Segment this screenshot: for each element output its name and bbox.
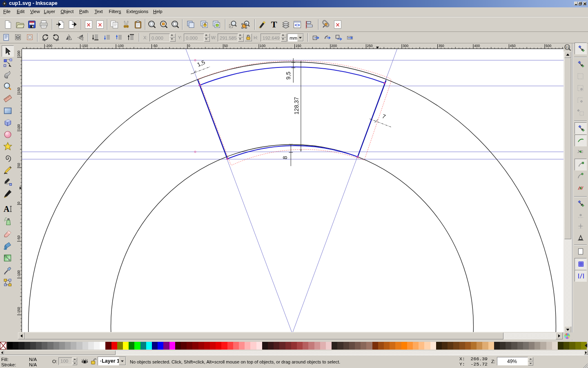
svg-text:400: 400 xyxy=(474,44,480,48)
svg-text:7: 7 xyxy=(381,113,387,120)
svg-text:200: 200 xyxy=(17,51,21,56)
svg-text:150: 150 xyxy=(17,88,21,93)
svg-text:9,5: 9,5 xyxy=(285,72,292,80)
svg-text:128,37: 128,37 xyxy=(293,97,300,114)
svg-text:350: 350 xyxy=(439,44,444,48)
svg-text:-50: -50 xyxy=(17,235,21,240)
svg-text:<>: <> xyxy=(295,22,300,27)
svg-text:1:1: 1:1 xyxy=(565,46,569,49)
svg-text:A: A xyxy=(4,204,10,213)
svg-text:-50: -50 xyxy=(153,44,158,48)
svg-text:0: 0 xyxy=(17,202,21,204)
svg-text:150: 150 xyxy=(296,44,301,48)
svg-text:0: 0 xyxy=(188,44,190,48)
svg-text:500: 500 xyxy=(546,44,551,48)
svg-text:100: 100 xyxy=(260,44,265,48)
svg-text:T: T xyxy=(271,20,277,29)
svg-text:-100: -100 xyxy=(17,270,21,277)
svg-text:100: 100 xyxy=(17,124,21,130)
svg-text:250: 250 xyxy=(367,44,373,48)
svg-text:8: 8 xyxy=(282,156,288,159)
svg-text:300: 300 xyxy=(403,44,408,48)
svg-text:-100: -100 xyxy=(117,44,124,48)
svg-text:50: 50 xyxy=(17,163,21,167)
svg-text:50: 50 xyxy=(224,44,228,48)
svg-text:-150: -150 xyxy=(17,307,21,314)
svg-text:-200: -200 xyxy=(45,44,52,48)
svg-text:450: 450 xyxy=(510,44,516,48)
svg-text:200: 200 xyxy=(331,44,337,48)
svg-text:-150: -150 xyxy=(81,44,88,48)
